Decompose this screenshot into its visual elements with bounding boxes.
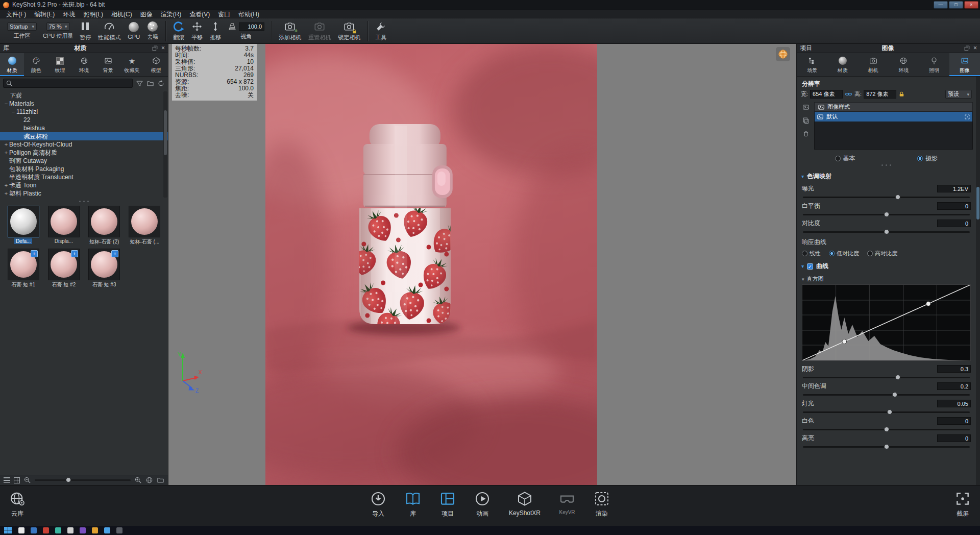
mode-basic[interactable]: 基本 <box>835 154 855 163</box>
project-tab-environment[interactable]: 环境 <box>888 53 919 76</box>
gpu-button[interactable]: GPU <box>124 21 143 41</box>
option-low-contrast[interactable]: 低对比度 <box>829 250 859 257</box>
tree-item-toon[interactable]: +卡通 Toon <box>0 181 168 189</box>
menu-edit[interactable]: 编辑(E) <box>30 10 59 18</box>
taskbar-icon[interactable] <box>67 527 74 533</box>
menu-help[interactable]: 帮助(H) <box>234 10 263 18</box>
shadows-value[interactable]: 0.3 <box>937 365 971 373</box>
import-button[interactable]: 导入 <box>370 491 386 518</box>
slider-thumb[interactable] <box>884 212 889 217</box>
add-style-icon[interactable] <box>802 104 810 111</box>
slider-thumb[interactable] <box>895 375 900 380</box>
minimize-button[interactable]: — <box>934 1 948 9</box>
tree-item-beishua[interactable]: beishua <box>0 124 168 132</box>
menu-render[interactable]: 渲染(R) <box>157 10 186 18</box>
menu-image[interactable]: 图像 <box>136 10 157 18</box>
filter-icon[interactable] <box>136 80 143 87</box>
curves-section[interactable]: ▾ ✓ 曲线 <box>801 262 971 271</box>
slider-thumb[interactable] <box>895 194 900 200</box>
library-tab-models[interactable]: 模型 <box>144 53 168 76</box>
curves-checkbox[interactable]: ✓ <box>807 263 813 270</box>
material-thumb-cup3[interactable]: 短杯-石膏 (... <box>126 206 164 246</box>
project-scrollbar[interactable] <box>976 77 980 485</box>
cpu-usage-dropdown[interactable]: 75 %▾ CPU 使用量 <box>40 21 76 41</box>
close-panel-icon[interactable]: × <box>161 45 165 52</box>
zoom-in-icon[interactable] <box>134 476 142 484</box>
add-badge-icon[interactable]: + <box>71 250 78 257</box>
dolly-button[interactable]: 推移 <box>206 20 225 42</box>
white-balance-slider[interactable] <box>803 214 970 215</box>
library-tab-colors[interactable]: 颜色 <box>24 53 48 76</box>
tree-item-best-of[interactable]: +Best-Of-Keyshot-Cloud <box>0 140 168 149</box>
taskbar-icon[interactable] <box>104 527 110 533</box>
render-image[interactable] <box>265 44 597 485</box>
histogram-label-row[interactable]: ▾ 直方图 <box>802 275 971 283</box>
start-button-icon[interactable] <box>4 527 12 534</box>
zoom-out-icon[interactable] <box>23 476 31 484</box>
title-bar[interactable]: KeyShot 9.2 Pro - 光斑.bip - 64 bit — □ × <box>0 0 980 10</box>
animation-button[interactable]: 动画 <box>474 491 491 518</box>
material-thumb-plaster2[interactable]: +石膏 短 #2 <box>44 249 83 288</box>
pan-button[interactable]: 平移 <box>188 20 206 42</box>
close-button[interactable]: × <box>964 1 978 9</box>
search-input[interactable] <box>15 80 130 86</box>
library-tab-backplates[interactable]: 背景 <box>96 53 120 76</box>
menu-lighting[interactable]: 照明(L) <box>79 10 107 18</box>
cloud-library-button[interactable]: 云库 <box>9 491 26 518</box>
mode-photographic[interactable]: 摄影 <box>917 154 938 163</box>
screenshot-button[interactable]: 截屏 <box>954 491 971 518</box>
white-balance-value[interactable]: 0 <box>937 202 971 210</box>
import-folder-icon[interactable] <box>146 80 154 87</box>
panel-splitter[interactable] <box>0 199 168 204</box>
tumble-button[interactable]: 翻滚 <box>169 20 188 42</box>
workspace-dropdown[interactable]: Startup▾ 工作区 <box>4 21 40 41</box>
library-tab-textures[interactable]: 纹理 <box>48 53 72 76</box>
library-toggle-button[interactable]: 库 <box>405 491 421 518</box>
reset-camera-button[interactable]: 重置相机 <box>305 20 334 42</box>
tree-item-selected-folder[interactable]: 豌豆杯粉 <box>0 132 168 140</box>
taskbar-icon[interactable] <box>80 527 86 533</box>
render-button[interactable]: 渲染 <box>594 491 610 518</box>
material-thumb-default[interactable]: Defa... <box>4 206 42 246</box>
thumbnail-zoom-slider[interactable] <box>35 479 131 481</box>
taskbar-icon[interactable] <box>116 527 122 533</box>
material-thumb-cup2[interactable]: 短杯-石膏 (2) <box>85 206 124 246</box>
menu-window[interactable]: 窗口 <box>214 10 234 18</box>
project-tab-image[interactable]: 图像 <box>949 53 980 76</box>
project-toggle-button[interactable]: 项目 <box>439 491 456 518</box>
curve-point-1[interactable] <box>842 339 847 344</box>
tree-item-packaging[interactable]: 包装材料 Packaging <box>0 165 168 173</box>
material-thumb-displace[interactable]: Displa... <box>44 206 83 246</box>
tone-mapping-section[interactable]: ▾ 色调映射 <box>801 172 971 181</box>
whites-value[interactable]: 0 <box>937 417 971 425</box>
add-badge-icon[interactable]: + <box>111 250 118 257</box>
tree-item-materials[interactable]: −Materials <box>0 100 168 108</box>
menu-view[interactable]: 查看(V) <box>185 10 214 18</box>
tree-item-cutaway[interactable]: 剖面 Cutaway <box>0 157 168 165</box>
search-box[interactable] <box>3 79 133 88</box>
cloud-status-icon[interactable] <box>776 47 790 61</box>
slider-thumb[interactable] <box>887 409 892 415</box>
lights-slider[interactable] <box>803 411 970 413</box>
resolution-lock-icon[interactable] <box>898 91 905 98</box>
undock-panel-icon[interactable] <box>152 45 158 52</box>
option-high-contrast[interactable]: 高对比度 <box>867 250 897 257</box>
material-thumb-plaster1[interactable]: +石膏 短 #1 <box>4 249 42 288</box>
taskbar-icon[interactable] <box>18 527 24 533</box>
material-thumb-plaster3[interactable]: +石膏 短 #3 <box>85 249 124 288</box>
image-style-item-default[interactable]: 默认 <box>815 112 972 121</box>
lights-value[interactable]: 0.05 <box>937 400 971 407</box>
tree-item-22[interactable]: 22 <box>0 116 168 124</box>
contrast-slider[interactable] <box>803 231 970 233</box>
undock-panel-icon[interactable] <box>964 45 970 52</box>
project-tab-material[interactable]: 材质 <box>827 53 858 76</box>
height-input[interactable]: 872 像素 <box>864 90 896 99</box>
slider-thumb[interactable] <box>66 477 71 482</box>
library-tab-materials[interactable]: 材质 <box>0 53 24 76</box>
keyshotxr-button[interactable]: KeyShotXR <box>509 491 541 517</box>
cloud-upload-icon[interactable] <box>145 476 153 484</box>
delete-style-icon[interactable] <box>802 130 810 137</box>
taskbar-icon[interactable] <box>43 527 49 533</box>
maximize-button[interactable]: □ <box>949 1 963 9</box>
keyvr-button[interactable]: KeyVR <box>559 491 575 515</box>
